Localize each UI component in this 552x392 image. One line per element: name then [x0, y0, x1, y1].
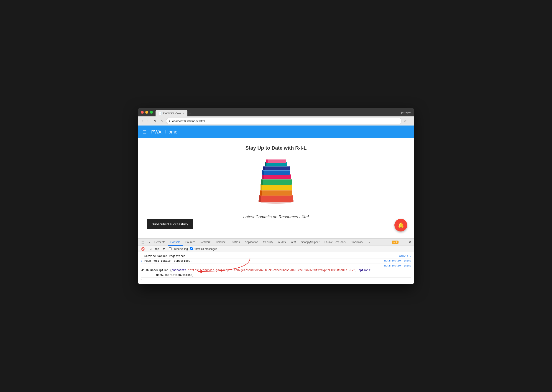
tab-console[interactable]: Console: [168, 238, 183, 246]
tab-audits[interactable]: Audits: [276, 238, 288, 246]
tab-snappy[interactable]: SnappySnippet: [298, 238, 321, 246]
endpoint-key: endpoint:: [172, 269, 187, 272]
browser-window: 📄 Commits PWA ✕ + prosper ‹ › ↻ ⌂ ℹ loca…: [138, 108, 414, 284]
page-heading: Stay Up to Date with R-I-L: [246, 145, 307, 151]
nav-bar: ‹ › ↻ ⌂ ℹ localhost:8080/index.html ☆ ⋮: [138, 116, 414, 126]
tab-favicon: 📄: [159, 112, 162, 115]
tab-bar: 📄 Commits PWA ✕ +: [156, 108, 191, 116]
forward-button[interactable]: ›: [146, 119, 150, 124]
console-prompt-symbol: >: [141, 278, 142, 281]
row2-text: Push notification subscribed.: [144, 259, 384, 263]
devtools-toolbar: ⬚ ▭ Elements Console Sources Network Tim…: [138, 238, 414, 246]
row1-text: Service Worker Registered: [144, 255, 399, 258]
endpoint-url: "https://android.googleapis.com/gcm/send…: [188, 269, 356, 272]
tab-clockwork[interactable]: Clockwork: [348, 238, 365, 246]
devtools-device-button[interactable]: ▭: [145, 240, 151, 245]
row1-file[interactable]: app.js:8: [399, 255, 411, 257]
home-button[interactable]: ⌂: [160, 119, 164, 124]
svg-rect-27: [266, 159, 286, 160]
push-subscription-row: ▶ PushSubscription {endpoint: "https://a…: [141, 268, 411, 273]
tab-sources[interactable]: Sources: [183, 238, 198, 246]
toast-notification: Subscribed successfully.: [147, 219, 193, 229]
devtools: ⬚ ▭ Elements Console Sources Network Tim…: [138, 238, 414, 284]
address-text: localhost:8080/index.html: [172, 119, 399, 123]
row3-file[interactable]: notification.js:58: [384, 265, 411, 267]
devtools-close-button[interactable]: ✕: [407, 240, 413, 245]
app-header: ☰ PWA - Home: [138, 126, 414, 138]
tab-elements[interactable]: Elements: [152, 238, 167, 246]
row2-file[interactable]: notification.js:57: [384, 259, 411, 262]
tab-timeline[interactable]: Timeline: [213, 238, 228, 246]
tab-application[interactable]: Application: [242, 238, 261, 246]
devtools-inspect-button[interactable]: ⬚: [139, 240, 145, 245]
tab-close-icon[interactable]: ✕: [182, 112, 184, 115]
svg-rect-3: [259, 196, 293, 196]
tab-security[interactable]: Security: [261, 238, 275, 246]
push-sub-options-text: PushSubscriptionOptions}: [144, 273, 411, 277]
traffic-lights: [141, 111, 153, 114]
fab-button[interactable]: 🔔: [394, 219, 407, 231]
hamburger-menu[interactable]: ☰: [143, 129, 147, 135]
back-button[interactable]: ‹: [140, 119, 144, 124]
tab-yez[interactable]: Yez!: [288, 238, 298, 246]
menu-button[interactable]: ⋮: [408, 119, 412, 123]
warning-badge: ▲ 2: [392, 241, 399, 244]
push-sub-text: PushSubscription {endpoint: "https://and…: [142, 269, 411, 272]
nav-actions: ☆ ⋮: [404, 119, 412, 123]
svg-rect-2: [259, 195, 261, 202]
tab-network[interactable]: Network: [198, 238, 213, 246]
options-key: options:: [359, 269, 372, 272]
main-content: Stay Up to Date with R-I-L: [138, 138, 414, 238]
page-subtitle: Latest Commits on Resources I like!: [243, 215, 309, 219]
devtools-right-actions: ▲ 2 ⋮ ✕: [392, 240, 413, 245]
bookmark-button[interactable]: ☆: [404, 119, 407, 123]
console-content: Service Worker Registered app.js:8 ℹ Pus…: [138, 252, 414, 284]
preserve-log-checkbox[interactable]: [169, 247, 172, 250]
app-title: PWA - Home: [151, 129, 177, 135]
show-all-checkbox[interactable]: [190, 247, 193, 250]
show-all-label[interactable]: Show all messages: [190, 247, 217, 251]
push-sub-options-row: PushSubscriptionOptions}: [141, 273, 411, 278]
close-button[interactable]: [141, 111, 144, 114]
console-toolbar: 🚫 ▽ top ▼ Preserve log Show all messages: [138, 246, 414, 252]
console-context-dropdown[interactable]: ▼: [161, 246, 167, 252]
lock-icon: ℹ: [169, 119, 170, 123]
devtools-more-tabs-button[interactable]: »: [367, 240, 371, 245]
tab-title: Commits PWA: [163, 112, 181, 115]
browser-tab[interactable]: 📄 Commits PWA ✕: [156, 110, 187, 116]
tab-laravel[interactable]: Laravel TestTools: [322, 238, 348, 246]
console-context-label: top: [155, 247, 159, 251]
bell-icon: 🔔: [398, 222, 404, 228]
devtools-options-button[interactable]: ⋮: [400, 240, 406, 245]
console-clear-button[interactable]: 🚫: [140, 246, 146, 252]
reload-button[interactable]: ↻: [152, 119, 158, 124]
address-bar[interactable]: ℹ localhost:8080/index.html: [166, 118, 402, 124]
preserve-log-label[interactable]: Preserve log: [169, 247, 188, 251]
minimize-button[interactable]: [145, 111, 148, 114]
console-row-2: ℹ Push notification subscribed. notifica…: [141, 259, 411, 264]
toast-message: Subscribed successfully.: [152, 222, 189, 226]
new-tab-button[interactable]: +: [189, 112, 191, 116]
books-image: [253, 155, 299, 208]
tab-profiles[interactable]: Profiles: [228, 238, 242, 246]
console-filter-button[interactable]: ▽: [148, 246, 153, 252]
user-label: prosper: [401, 111, 411, 114]
row2-info-icon: ℹ: [141, 259, 144, 263]
svg-rect-1: [259, 195, 293, 202]
console-row-1: Service Worker Registered app.js:8: [141, 254, 411, 259]
maximize-button[interactable]: [150, 111, 153, 114]
console-prompt-row: >: [141, 278, 411, 282]
title-bar: 📄 Commits PWA ✕ + prosper: [138, 108, 414, 116]
console-row-3: notification.js:58: [141, 264, 411, 268]
